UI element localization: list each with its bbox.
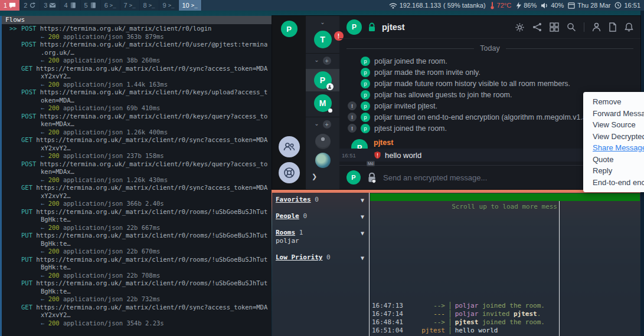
system-tray: 192.168.1.133 ( 59% tatanka) 72°C 86% 40… [389, 1, 644, 9]
network-status: 192.168.1.133 ( 59% tatanka) [389, 2, 486, 9]
workspace-7[interactable]: 7>_ [120, 0, 140, 11]
workspace-number: 4 [64, 2, 67, 9]
room-list-collapsed: T ! P M [306, 16, 339, 189]
search-icon[interactable] [567, 22, 576, 32]
sidebar-section-people[interactable]: People 0 [276, 212, 365, 220]
flow-row[interactable]: POST https://termina.org.uk/_matrix/clie… [2, 88, 272, 113]
flow-row[interactable]: PUT https://termina.org.uk/_matrix/clien… [2, 208, 272, 232]
terminal-icon: >_ [149, 2, 155, 8]
menu-item-quote[interactable]: Quote [583, 154, 644, 166]
volume-percent: 40% [551, 2, 564, 9]
room-avatar-pjtest[interactable]: P [314, 71, 332, 89]
sidebar-section-rooms[interactable]: Rooms 1 [276, 229, 365, 237]
chat-icon [9, 2, 16, 9]
warning-icon [348, 113, 357, 121]
section-chevron-icon[interactable] [314, 120, 319, 129]
mini-avatar: p [361, 79, 370, 88]
flow-row[interactable]: PUT https://termina.org.uk/_matrix/clien… [2, 256, 272, 280]
workspace-5[interactable]: 5 [81, 0, 101, 11]
flow-row[interactable]: PUT https://termina.org.uk/_matrix/clien… [2, 279, 272, 304]
menu-item-e2e[interactable]: End-to-end encryption [583, 177, 644, 189]
sidebar-section-low-priority[interactable]: Low Priority 0 [276, 253, 365, 262]
menu-item-share-message[interactable]: Share Message [583, 142, 644, 154]
section-chevron-icon[interactable] [314, 57, 319, 65]
menu-item-remove[interactable]: Remove [583, 96, 644, 108]
sidebar-section-favorites[interactable]: Favorites 0 [276, 196, 365, 204]
flow-list: >>POST https://termina.org.uk/_matrix/cl… [2, 24, 272, 327]
workspace-6[interactable]: 6>_ [101, 0, 120, 11]
collapse-triangle-icon[interactable] [361, 196, 364, 205]
flow-row[interactable]: POST https://termina.org.uk/_matrix/clie… [2, 41, 272, 65]
workspace-8[interactable]: 8>_ [140, 0, 159, 11]
menu-item-view-decrypted-source[interactable]: View Decrypted Source [583, 131, 644, 143]
room-avatar-image-2[interactable] [315, 153, 331, 168]
collapse-triangle-icon[interactable] [361, 213, 364, 221]
flow-row[interactable]: GET https://termina.org.uk/_matrix/clien… [2, 304, 272, 328]
workspace-1[interactable]: 1 [0, 0, 20, 11]
encrypted-lock-icon [367, 22, 377, 32]
workspace-3[interactable]: 3 [40, 0, 60, 11]
response-arrow-icon: ← [41, 272, 44, 279]
mail-icon [49, 2, 56, 9]
person-badge-icon [326, 83, 334, 90]
message-timestamp: 16:51 [342, 152, 356, 159]
prefix-separator-icon [445, 318, 455, 327]
prefix-separator-icon [445, 310, 455, 318]
warning-icon [348, 124, 357, 133]
divider [584, 22, 584, 32]
menu-item-view-source[interactable]: View Source [583, 119, 644, 131]
workspace-number: 1 [4, 2, 7, 9]
collapse-triangle-icon[interactable] [361, 229, 364, 238]
flow-row[interactable]: GET https://termina.org.uk/_matrix/clien… [2, 184, 272, 208]
clock-status: 16:51 [614, 2, 640, 9]
volume-status: 40% [541, 2, 564, 9]
flow-row[interactable]: GET https://termina.org.uk/_matrix/clien… [2, 65, 272, 89]
buffer-messages: 16:47:13-->poljar joined the room. 16:47… [372, 302, 558, 335]
flow-row[interactable]: >>POST https://termina.org.uk/_matrix/cl… [2, 25, 272, 41]
menu-item-forward[interactable]: Forward Message [583, 108, 644, 120]
workspace-10[interactable]: 10>_ [179, 0, 202, 11]
flow-row[interactable]: POST https://termina.org.uk/_matrix/clie… [2, 160, 272, 185]
timeline-event: ppoljar made the room invite only. [346, 67, 633, 78]
flow-row[interactable]: GET https://termina.org.uk/_matrix/clien… [2, 136, 272, 160]
members-icon[interactable] [592, 22, 601, 32]
add-room-icon[interactable] [323, 120, 331, 129]
bolt-icon [515, 2, 521, 9]
apps-grid-icon[interactable] [550, 22, 559, 32]
room-avatar-M[interactable]: M [314, 94, 332, 112]
files-icon[interactable] [609, 22, 617, 32]
workspace-9[interactable]: 9>_ [159, 0, 179, 11]
collapse-chevron-icon[interactable] [320, 19, 325, 27]
room-avatar-T[interactable]: T ! [314, 31, 332, 48]
add-room-icon[interactable] [323, 57, 331, 65]
share-icon[interactable] [532, 22, 542, 32]
lifebuoy-button[interactable] [279, 162, 300, 183]
room-list-item-poljar[interactable]: poljar [276, 237, 365, 245]
response-arrow-icon: ← [41, 176, 44, 183]
workspace-4[interactable]: 4 [60, 0, 80, 11]
nicklist-divider [559, 201, 560, 336]
menu-item-reply[interactable]: Reply [583, 165, 644, 177]
markdown-badge: Md [367, 161, 375, 166]
composer-avatar: P [346, 170, 361, 185]
room-avatar[interactable]: P [346, 19, 362, 35]
workspace-number: 2 [24, 2, 27, 9]
flow-row[interactable]: POST https://termina.org.uk/_matrix/clie… [2, 113, 272, 137]
terminal-icon: >_ [110, 2, 116, 8]
wifi-detail: ( 59% tatanka) [443, 2, 486, 9]
notifications-bell-icon[interactable] [625, 22, 633, 32]
workspace-number: 6 [104, 2, 108, 9]
selection-cursor: >> [9, 25, 21, 33]
settings-gear-icon[interactable] [515, 22, 525, 32]
message-context-menu: Remove Forward Message View Source View … [583, 92, 644, 192]
room-avatar-image-1[interactable] [315, 134, 331, 149]
wifi-icon [389, 2, 397, 9]
expand-panel-icon[interactable] [312, 173, 317, 180]
scrollback-notice: Scroll up to load more mess [370, 203, 557, 211]
composer-input[interactable]: Send an encrypted message... [383, 173, 606, 182]
workspace-2[interactable]: 2 [20, 0, 40, 11]
flow-row[interactable]: PUT https://termina.org.uk/_matrix/clien… [2, 232, 272, 256]
people-button[interactable] [279, 136, 300, 157]
collapse-triangle-icon[interactable] [361, 254, 364, 262]
user-avatar[interactable]: P [281, 21, 298, 37]
